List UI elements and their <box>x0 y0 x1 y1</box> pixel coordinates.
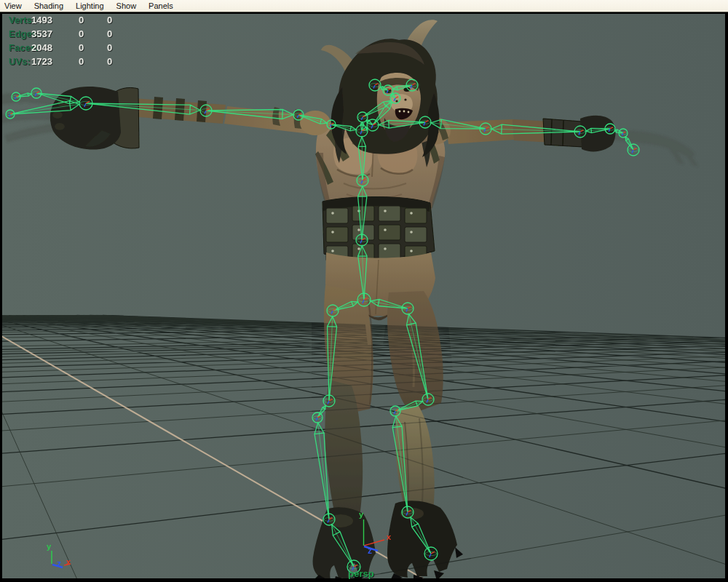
hud-value: 0 <box>107 56 112 67</box>
hud-value: 3537 <box>31 28 52 39</box>
camera-name-label: persp <box>325 568 397 579</box>
hud-value: 1723 <box>31 56 52 67</box>
menu-item-view[interactable]: View <box>4 1 22 10</box>
hud-value: 0 <box>107 28 112 39</box>
menu-item-shading[interactable]: Shading <box>34 1 63 10</box>
hud-value: 1493 <box>31 15 52 25</box>
hud-value: 0 <box>79 15 84 25</box>
hud-value: 2048 <box>31 42 52 53</box>
origin-axis-x-label: x <box>387 533 392 541</box>
menu-item-panels[interactable]: Panels <box>149 1 173 10</box>
view-axis-z-label: z <box>57 559 61 569</box>
view-axis-x-label: x <box>66 557 71 566</box>
hud-value: 0 <box>107 15 112 25</box>
menu-item-show[interactable]: Show <box>116 1 137 10</box>
hud-value: 0 <box>79 42 84 53</box>
belt <box>323 196 435 261</box>
hud-label: UVs: <box>9 56 31 67</box>
menubar: ViewShadingLightingShowPanels <box>0 0 728 12</box>
view-axis-y-label: y <box>47 542 52 551</box>
menu-item-lighting[interactable]: Lighting <box>76 1 104 10</box>
origin-axis-z-label: z <box>368 546 372 556</box>
3d-viewport[interactable]: y x z y z x <box>0 0 728 582</box>
hud-value: 0 <box>79 56 84 67</box>
hud-value: 0 <box>107 42 112 53</box>
hud-value: 0 <box>79 28 84 39</box>
application-window: y x z y z x ViewShadingLightingShowPanel… <box>0 0 728 582</box>
origin-axis-y-label: y <box>359 510 364 519</box>
